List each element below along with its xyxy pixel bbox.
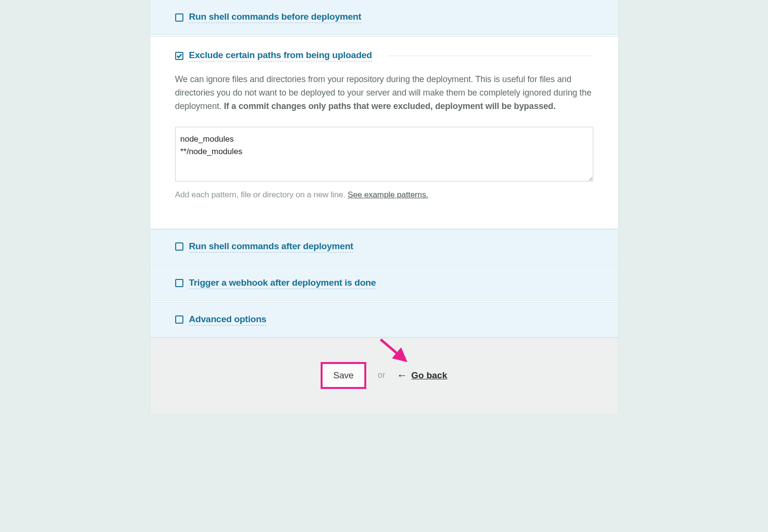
helper-label: Add each pattern, file or directory on a… (175, 190, 348, 199)
section-header[interactable]: Run shell commands before deployment (175, 12, 593, 23)
divider-line (387, 56, 593, 56)
section-header[interactable]: Exclude certain paths from being uploade… (175, 50, 593, 61)
footer: Save or ← Go back (150, 338, 618, 413)
section-pre-shell: Run shell commands before deployment (150, 0, 618, 35)
helper-text: Add each pattern, file or directory on a… (175, 190, 593, 200)
arrow-left-icon: ← (397, 369, 408, 382)
checkbox-icon[interactable] (175, 315, 183, 324)
checkbox-checked-icon[interactable] (175, 52, 183, 60)
section-post-shell: Run shell commands after deployment (150, 229, 618, 265)
or-label: or (378, 370, 385, 380)
section-header[interactable]: Run shell commands after deployment (175, 241, 593, 253)
checkbox-icon[interactable] (175, 13, 183, 22)
go-back-label: Go back (411, 370, 447, 381)
checkbox-icon[interactable] (175, 242, 183, 251)
section-webhook: Trigger a webhook after deployment is do… (150, 266, 618, 301)
section-title[interactable]: Advanced options (189, 314, 266, 326)
annotation-arrow-icon (378, 337, 416, 371)
svg-line-0 (381, 339, 406, 361)
exclude-paths-input[interactable] (175, 127, 593, 181)
section-description: We can ignore files and directories from… (175, 73, 593, 113)
description-bold: If a commit changes only paths that were… (224, 101, 555, 111)
section-header[interactable]: Advanced options (175, 314, 593, 326)
example-patterns-link[interactable]: See example patterns. (348, 190, 428, 199)
section-header[interactable]: Trigger a webhook after deployment is do… (175, 278, 593, 289)
section-advanced: Advanced options (150, 302, 618, 338)
save-button[interactable]: Save (321, 362, 366, 389)
section-title[interactable]: Run shell commands after deployment (189, 241, 353, 253)
checkbox-icon[interactable] (175, 279, 183, 287)
section-title[interactable]: Run shell commands before deployment (189, 12, 361, 23)
section-exclude-paths: Exclude certain paths from being uploade… (150, 36, 618, 229)
section-title[interactable]: Exclude certain paths from being uploade… (189, 50, 372, 61)
go-back-link[interactable]: ← Go back (397, 369, 447, 382)
section-title[interactable]: Trigger a webhook after deployment is do… (189, 278, 376, 289)
